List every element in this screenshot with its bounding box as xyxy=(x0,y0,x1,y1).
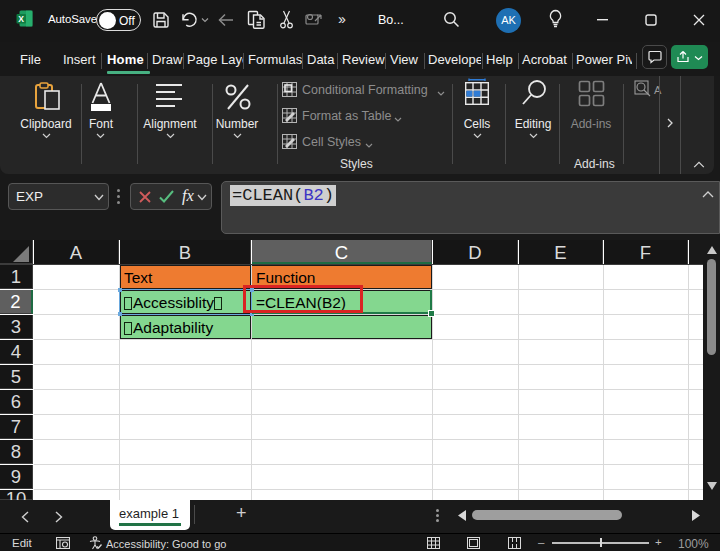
svg-text:X: X xyxy=(18,14,24,24)
